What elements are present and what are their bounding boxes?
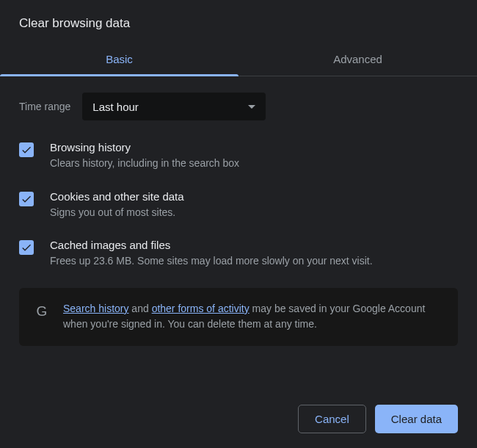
tabs: Basic Advanced xyxy=(0,44,477,76)
other-activity-link[interactable]: other forms of activity xyxy=(152,303,250,314)
check-icon xyxy=(21,242,32,253)
dialog-body: Time range Last hour Browsing history Cl… xyxy=(0,76,477,391)
option-cookies: Cookies and other site data Signs you ou… xyxy=(19,190,458,220)
dialog-footer: Cancel Clear data xyxy=(0,391,477,448)
google-g-icon: G xyxy=(34,303,50,319)
option-text: Browsing history Clears history, includi… xyxy=(50,141,458,171)
dialog-title: Clear browsing data xyxy=(0,0,477,44)
time-range-select[interactable]: Last hour xyxy=(82,93,266,120)
time-range-value: Last hour xyxy=(92,101,139,113)
checkbox-cookies[interactable] xyxy=(19,192,34,206)
tab-basic[interactable]: Basic xyxy=(0,44,238,76)
option-desc: Clears history, including in the search … xyxy=(50,156,458,171)
check-icon xyxy=(21,193,32,205)
checkbox-browsing-history[interactable] xyxy=(19,142,34,157)
info-text-fragment: and xyxy=(128,303,151,314)
clear-browsing-data-dialog: Clear browsing data Basic Advanced Time … xyxy=(0,0,477,448)
clear-data-button[interactable]: Clear data xyxy=(375,405,458,433)
google-account-info-banner: G Search history and other forms of acti… xyxy=(19,288,458,346)
search-history-link[interactable]: Search history xyxy=(63,303,128,314)
option-desc: Frees up 23.6 MB. Some sites may load mo… xyxy=(50,254,458,269)
option-title: Browsing history xyxy=(50,141,458,153)
option-desc: Signs you out of most sites. xyxy=(50,206,458,220)
option-text: Cookies and other site data Signs you ou… xyxy=(50,190,458,220)
option-title: Cached images and files xyxy=(50,239,458,251)
check-icon xyxy=(21,144,32,156)
tab-advanced[interactable]: Advanced xyxy=(238,44,477,76)
chevron-down-icon xyxy=(248,105,255,109)
cancel-button[interactable]: Cancel xyxy=(298,405,366,433)
option-browsing-history: Browsing history Clears history, includi… xyxy=(19,141,458,171)
option-title: Cookies and other site data xyxy=(50,190,458,203)
time-range-row: Time range Last hour xyxy=(19,93,458,120)
option-cache: Cached images and files Frees up 23.6 MB… xyxy=(19,239,458,269)
info-text: Search history and other forms of activi… xyxy=(63,301,443,333)
checkbox-cache[interactable] xyxy=(19,240,34,255)
time-range-label: Time range xyxy=(19,101,70,112)
option-text: Cached images and files Frees up 23.6 MB… xyxy=(50,239,458,269)
